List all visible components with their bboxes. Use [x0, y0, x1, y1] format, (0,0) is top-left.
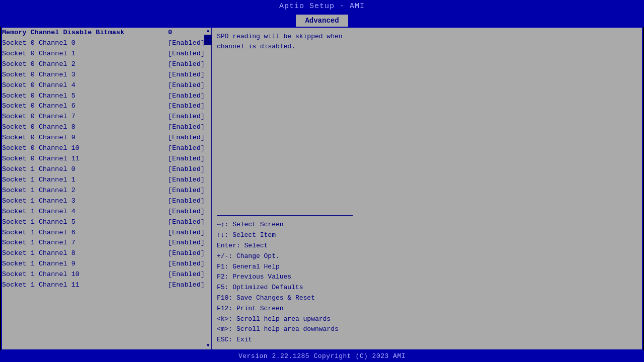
- row-value: [Enabled]: [168, 122, 205, 133]
- row-value: [Enabled]: [168, 154, 205, 164]
- row-label: Socket 1 Channel 0: [2, 164, 168, 175]
- table-row[interactable]: Socket 1 Channel 8[Enabled]: [2, 248, 205, 259]
- scroll-thumb: [204, 35, 211, 45]
- row-label: Socket 1 Channel 7: [2, 238, 168, 248]
- key-shortcut: F12: Print Screen: [217, 304, 353, 314]
- table-row[interactable]: Socket 0 Channel 0[Enabled]: [2, 38, 205, 49]
- row-label: Socket 1 Channel 4: [2, 207, 168, 217]
- row-label: Socket 1 Channel 6: [2, 228, 168, 238]
- table-row[interactable]: Socket 0 Channel 10[Enabled]: [2, 143, 205, 154]
- row-value: [Enabled]: [168, 196, 205, 207]
- left-scroll-wrapper: Memory Channel Disable Bitmask0Socket 0 …: [2, 28, 212, 349]
- row-label: Socket 0 Channel 11: [2, 154, 168, 164]
- row-value: [Enabled]: [168, 70, 205, 80]
- row-value: [Enabled]: [168, 164, 205, 175]
- row-value: [Enabled]: [168, 207, 205, 217]
- footer-bar: Version 2.22.1285 Copyright (C) 2023 AMI: [0, 350, 644, 362]
- key-shortcut: Enter: Select: [217, 241, 353, 251]
- row-label: Socket 0 Channel 8: [2, 122, 168, 133]
- table-row[interactable]: Socket 1 Channel 6[Enabled]: [2, 228, 205, 238]
- key-shortcut: +/-: Change Opt.: [217, 251, 353, 262]
- row-label: Socket 0 Channel 10: [2, 143, 168, 154]
- row-value: [Enabled]: [168, 217, 205, 228]
- row-value: [Enabled]: [168, 59, 205, 70]
- key-shortcut: <m>: Scroll help area downwards: [217, 324, 353, 335]
- row-label: Memory Channel Disable Bitmask: [2, 28, 168, 38]
- row-value: [Enabled]: [168, 101, 205, 112]
- row-value: [Enabled]: [168, 133, 205, 143]
- row-label: Socket 1 Channel 8: [2, 248, 168, 259]
- key-shortcut: F10: Save Changes & Reset: [217, 293, 353, 304]
- scroll-track: [204, 35, 211, 342]
- row-label: Socket 1 Channel 3: [2, 196, 168, 207]
- row-label: Socket 0 Channel 2: [2, 59, 168, 70]
- table-row[interactable]: Socket 1 Channel 3[Enabled]: [2, 196, 205, 207]
- key-shortcut: ESC: Exit: [217, 335, 353, 345]
- row-label: Socket 1 Channel 10: [2, 269, 168, 280]
- row-label: Socket 0 Channel 5: [2, 91, 168, 102]
- tab-bar: Advanced: [0, 13, 644, 27]
- table-row[interactable]: Socket 0 Channel 7[Enabled]: [2, 112, 205, 122]
- key-help: ↔↕: Select Screen↑↓: Select ItemEnter: S…: [217, 220, 353, 345]
- left-content: Memory Channel Disable Bitmask0Socket 0 …: [2, 28, 205, 349]
- table-row[interactable]: Socket 0 Channel 4[Enabled]: [2, 80, 205, 91]
- row-label: Socket 1 Channel 2: [2, 186, 168, 196]
- table-row[interactable]: Socket 1 Channel 11[Enabled]: [2, 280, 205, 291]
- table-row[interactable]: Socket 0 Channel 6[Enabled]: [2, 101, 205, 112]
- table-row[interactable]: Socket 0 Channel 1[Enabled]: [2, 49, 205, 59]
- row-label: Socket 1 Channel 1: [2, 175, 168, 186]
- table-row[interactable]: Socket 0 Channel 2[Enabled]: [2, 59, 205, 70]
- table-row[interactable]: Socket 1 Channel 5[Enabled]: [2, 217, 205, 228]
- row-value: [Enabled]: [168, 248, 205, 259]
- row-label: Socket 0 Channel 3: [2, 70, 168, 80]
- row-value: [Enabled]: [168, 186, 205, 196]
- row-label: Socket 1 Channel 11: [2, 280, 168, 291]
- key-shortcut: F2: Previous Values: [217, 272, 353, 283]
- main-area: Memory Channel Disable Bitmask0Socket 0 …: [1, 27, 643, 350]
- scroll-down-arrow[interactable]: ▼: [204, 342, 211, 349]
- title-bar: Aptio Setup - AMI: [0, 0, 644, 13]
- row-value: 0: [168, 28, 172, 38]
- row-value: [Enabled]: [168, 238, 205, 248]
- row-value: [Enabled]: [168, 175, 205, 186]
- row-value: [Enabled]: [168, 49, 205, 59]
- row-label: Socket 0 Channel 7: [2, 112, 168, 122]
- key-shortcut: F5: Optimized Defaults: [217, 283, 353, 293]
- table-row[interactable]: Socket 0 Channel 3[Enabled]: [2, 70, 205, 80]
- table-row[interactable]: Socket 1 Channel 2[Enabled]: [2, 186, 205, 196]
- tab-advanced[interactable]: Advanced: [296, 15, 348, 27]
- key-shortcut: ↔↕: Select Screen: [217, 220, 353, 230]
- table-row[interactable]: Socket 0 Channel 11[Enabled]: [2, 154, 205, 164]
- help-text: SPD reading will be skipped when channel…: [217, 32, 353, 216]
- row-value: [Enabled]: [168, 228, 205, 238]
- row-label: Socket 1 Channel 9: [2, 259, 168, 269]
- table-row[interactable]: Socket 1 Channel 9[Enabled]: [2, 259, 205, 269]
- app-title: Aptio Setup - AMI: [279, 2, 365, 11]
- row-label: Socket 1 Channel 5: [2, 217, 168, 228]
- right-panel: SPD reading will be skipped when channel…: [212, 28, 358, 349]
- key-shortcut: F1: General Help: [217, 262, 353, 273]
- row-label: Socket 0 Channel 1: [2, 49, 168, 59]
- table-row[interactable]: Socket 0 Channel 8[Enabled]: [2, 122, 205, 133]
- key-shortcut: ↑↓: Select Item: [217, 230, 353, 241]
- row-value: [Enabled]: [168, 280, 205, 291]
- row-value: [Enabled]: [168, 259, 205, 269]
- row-value: [Enabled]: [168, 91, 205, 102]
- row-label: Socket 0 Channel 9: [2, 133, 168, 143]
- row-value: [Enabled]: [168, 269, 205, 280]
- row-value: [Enabled]: [168, 80, 205, 91]
- version-text: Version 2.22.1285 Copyright (C) 2023 AMI: [238, 352, 406, 360]
- row-label: Socket 0 Channel 0: [2, 38, 168, 49]
- row-label: Socket 0 Channel 4: [2, 80, 168, 91]
- table-row[interactable]: Socket 1 Channel 7[Enabled]: [2, 238, 205, 248]
- scroll-up-arrow[interactable]: ▲: [204, 28, 211, 35]
- table-row[interactable]: Socket 1 Channel 4[Enabled]: [2, 207, 205, 217]
- table-row[interactable]: Socket 1 Channel 10[Enabled]: [2, 269, 205, 280]
- table-row[interactable]: Socket 0 Channel 5[Enabled]: [2, 91, 205, 102]
- table-row[interactable]: Socket 1 Channel 0[Enabled]: [2, 164, 205, 175]
- scrollbar[interactable]: ▲ ▼: [205, 28, 212, 349]
- row-value: [Enabled]: [168, 38, 205, 49]
- table-row[interactable]: Socket 1 Channel 1[Enabled]: [2, 175, 205, 186]
- row-value: [Enabled]: [168, 143, 205, 154]
- table-row[interactable]: Socket 0 Channel 9[Enabled]: [2, 133, 205, 143]
